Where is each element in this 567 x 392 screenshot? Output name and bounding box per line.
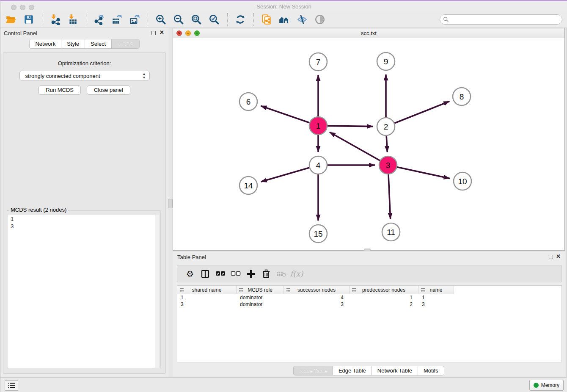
toolbar-separator (86, 13, 87, 26)
column-label: successor nodes (297, 287, 336, 293)
column-label: MCDS role (248, 287, 272, 293)
svg-text:3: 3 (386, 161, 391, 170)
table-row[interactable]: 1dominator411 (177, 294, 561, 301)
table-header-row: shared nameMCDS rolesuccessor nodesprede… (177, 286, 561, 294)
graph-edge-2-8[interactable] (386, 101, 449, 127)
graph-node-7[interactable]: 7 (309, 53, 327, 71)
control-panel: Control Panel ✕ NetworkStyleSelectMCDS O… (0, 28, 168, 377)
zoom-fit-icon[interactable] (190, 14, 203, 25)
close-table-panel-icon[interactable]: ✕ (556, 254, 561, 259)
svg-text:8: 8 (460, 92, 464, 101)
tab-mcds[interactable]: MCDS (112, 39, 139, 49)
save-session-icon[interactable] (22, 14, 35, 25)
export-image-icon[interactable] (128, 14, 141, 25)
table-cell: 1 (350, 294, 418, 301)
result-scrollbar[interactable] (155, 215, 159, 368)
export-table-icon[interactable] (110, 14, 123, 25)
export-network-icon[interactable] (93, 14, 105, 25)
tab-network[interactable]: Network (29, 39, 61, 49)
canvas-splitter-handle[interactable] (364, 248, 371, 251)
graph-node-10[interactable]: 10 (454, 172, 471, 190)
svg-text:9: 9 (384, 57, 388, 66)
close-panel-icon[interactable]: ✕ (160, 30, 164, 36)
graph-node-1[interactable]: 1 (309, 117, 327, 135)
network-canvas[interactable]: 1234678910111415 (173, 38, 564, 250)
column-header-shared-name[interactable]: shared name (177, 286, 237, 294)
tab-node-table[interactable]: Node Table (293, 366, 333, 375)
svg-text:11: 11 (387, 228, 395, 237)
table-cell: 1 (418, 294, 454, 301)
tab-style[interactable]: Style (61, 39, 85, 49)
column-header-name[interactable]: name (418, 286, 454, 294)
search-field[interactable] (440, 14, 562, 25)
tab-edge-table[interactable]: Edge Table (333, 366, 372, 375)
hide-graphics-details-icon[interactable] (296, 14, 308, 25)
search-input[interactable] (451, 15, 562, 24)
table-cell: dominator (237, 301, 284, 308)
task-history-button[interactable] (5, 380, 18, 391)
graph-node-11[interactable]: 11 (382, 223, 400, 241)
open-session-icon[interactable] (5, 14, 17, 25)
table-cell: dominator (237, 294, 284, 301)
table-toolbar: ⚙ f(x) (177, 265, 562, 282)
graph-edge-3-1[interactable] (330, 132, 388, 165)
graph-node-15[interactable]: 15 (309, 225, 327, 243)
float-table-panel-icon[interactable] (549, 255, 553, 259)
tab-network-table[interactable]: Network Table (372, 366, 418, 375)
graph-edge-3-10[interactable] (388, 165, 450, 178)
svg-text:10: 10 (458, 177, 467, 186)
toolbar-separator (148, 13, 149, 26)
select-stepper-icon: ▲▼ (143, 72, 146, 80)
import-network-icon[interactable] (49, 14, 61, 25)
zoom-in-icon[interactable] (154, 14, 167, 25)
graph-node-3[interactable]: 3 (379, 156, 397, 174)
select-all-columns-icon[interactable] (213, 268, 228, 279)
close-panel-button[interactable]: Close panel (87, 86, 130, 95)
criterion-select[interactable]: strongly connected component ▲▼ (19, 71, 150, 80)
svg-text:4: 4 (316, 161, 321, 170)
mcds-result-group: MCDS result (2 nodes) 1 3 (7, 210, 160, 369)
float-panel-icon[interactable] (151, 31, 156, 35)
column-header-MCDS-role[interactable]: MCDS role (237, 286, 284, 294)
graph-node-2[interactable]: 2 (377, 118, 395, 135)
column-header-predecessor-nodes[interactable]: predecessor nodes (350, 286, 418, 294)
control-panel-header: Control Panel ✕ (0, 28, 168, 39)
mcds-panel: Optimization criterion: strongly connect… (3, 52, 166, 374)
column-header-successor-nodes[interactable]: successor nodes (284, 286, 350, 294)
graph-node-14[interactable]: 14 (239, 177, 257, 194)
panel-splitter-handle[interactable] (168, 199, 173, 208)
table-settings-gear-icon[interactable]: ⚙ (182, 268, 198, 279)
home-networks-icon[interactable] (278, 14, 291, 25)
show-columns-icon[interactable] (198, 268, 213, 279)
svg-text:6: 6 (246, 97, 251, 106)
delete-table-icon (274, 268, 289, 279)
graph-node-9[interactable]: 9 (377, 52, 395, 70)
svg-text:1: 1 (316, 121, 321, 130)
run-mcds-button[interactable]: Run MCDS (39, 86, 81, 95)
graph-node-4[interactable]: 4 (309, 156, 327, 174)
deselect-all-columns-icon[interactable] (228, 268, 243, 279)
zoom-out-icon[interactable] (172, 14, 185, 25)
tab-select[interactable]: Select (85, 39, 112, 49)
refresh-icon[interactable] (234, 14, 247, 25)
show-view-eye-icon[interactable] (314, 14, 326, 25)
node-table[interactable]: shared nameMCDS rolesuccessor nodesprede… (177, 285, 562, 362)
graph-node-6[interactable]: 6 (239, 93, 257, 110)
graph-node-8[interactable]: 8 (453, 88, 471, 105)
create-column-plus-icon[interactable] (243, 268, 259, 279)
delete-column-trash-icon[interactable] (259, 268, 274, 279)
titlebar: Session: New Session (0, 1, 567, 12)
zoom-selected-icon[interactable] (208, 14, 220, 25)
import-table-icon[interactable] (66, 14, 79, 25)
table-row[interactable]: 3dominator323 (177, 301, 561, 308)
duplicate-network-icon[interactable] (260, 14, 273, 25)
toolbar-separator (227, 13, 228, 26)
mcds-result-area[interactable]: 1 3 (8, 215, 159, 368)
hierarchy-icon (286, 287, 291, 293)
table-panel: Table Panel ✕ ⚙ f(x) (173, 252, 565, 377)
hierarchy-icon (179, 287, 184, 293)
tab-motifs[interactable]: Motifs (418, 366, 444, 375)
memory-button[interactable]: Memory (529, 380, 564, 391)
table-body: 1dominator4113dominator323 (177, 294, 561, 308)
table-tabs: Node TableEdge TableNetwork TableMotifs (173, 366, 565, 375)
